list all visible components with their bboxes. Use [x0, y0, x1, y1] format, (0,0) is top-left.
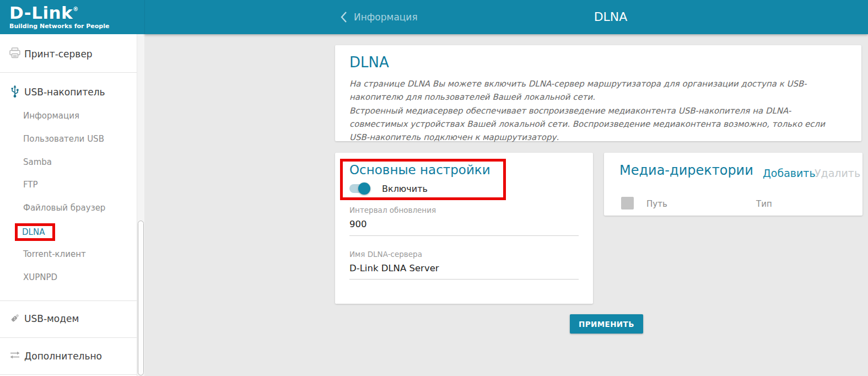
- add-directory-button[interactable]: Добавить: [763, 167, 816, 179]
- top-bar: Информация DLNA: [144, 0, 868, 34]
- dlna-info-card: DLNA На странице DLNA Вы можете включить…: [335, 45, 861, 141]
- apply-button[interactable]: ПРИМЕНИТЬ: [570, 314, 643, 334]
- info-paragraph: Встроенный медиасервер обеспечивает восп…: [349, 104, 825, 144]
- brand-tagline: Building Networks for People: [9, 23, 109, 30]
- toggle-label: Включить: [382, 184, 428, 194]
- sidebar-item-information[interactable]: Информация: [0, 109, 137, 122]
- refresh-interval-input[interactable]: 900: [349, 219, 367, 229]
- sidebar-item-label: DLNA: [18, 227, 45, 237]
- sidebar-item-ftp[interactable]: FTP: [0, 178, 137, 191]
- dlna-settings-page: D-Link® Building Networks for People Инф…: [0, 0, 868, 376]
- usb-icon: [8, 84, 21, 100]
- back-label: Информация: [354, 12, 418, 23]
- sidebar-item-file-browser[interactable]: Файловый браузер: [0, 201, 137, 214]
- info-card-title: DLNA: [349, 54, 389, 71]
- column-header-path: Путь: [646, 199, 667, 209]
- sidebar-divider: [0, 300, 137, 301]
- sidebar-divider: [0, 337, 137, 338]
- sidebar-item-print-server[interactable]: Принт-сервер: [0, 47, 137, 61]
- media-directories-card: Медиа-директории Добавить Удалить Путь Т…: [604, 153, 862, 216]
- sidebar: Принт-сервер USB-накопитель Информация: [0, 34, 137, 376]
- sidebar-item-label: Файловый браузер: [23, 203, 105, 213]
- info-card-description: На странице DLNA Вы можете включить DLNA…: [349, 77, 825, 144]
- usb-dongle-icon: [8, 311, 21, 326]
- sidebar-item-usb-storage[interactable]: USB-накопитель: [0, 85, 137, 99]
- sidebar-item-label: Принт-сервер: [24, 49, 93, 60]
- printer-icon: [8, 47, 21, 61]
- refresh-interval-label: Интервал обновления: [349, 206, 436, 214]
- sidebar-scrollbar[interactable]: [137, 34, 144, 376]
- sidebar-item-torrent-client[interactable]: Torrent-клиент: [0, 248, 137, 261]
- sidebar-item-label: USB-модем: [24, 313, 79, 324]
- back-button[interactable]: Информация: [340, 0, 418, 34]
- sidebar-item-xupnpd[interactable]: XUPNPD: [0, 271, 137, 284]
- select-all-checkbox[interactable]: [621, 197, 634, 210]
- brand-name: D-Link: [9, 3, 73, 23]
- sidebar-item-label: Samba: [23, 157, 52, 167]
- info-paragraph: На странице DLNA Вы можете включить DLNA…: [349, 77, 825, 104]
- enable-toggle-row: Включить: [349, 181, 428, 196]
- sidebar-item-usb-modem[interactable]: USB-модем: [0, 312, 137, 325]
- sidebar-item-usb-users[interactable]: Пользователи USB: [0, 132, 137, 146]
- brand-logo: D-Link®: [9, 3, 79, 23]
- sidebar-divider: [0, 374, 137, 375]
- toggle-knob: [358, 182, 370, 195]
- server-name-input[interactable]: D-Link DLNA Server: [349, 263, 439, 273]
- server-name-label: Имя DLNA-сервера: [349, 250, 422, 259]
- sidebar-scrollbar-thumb[interactable]: [138, 221, 144, 375]
- sidebar-item-label: Дополнительно: [24, 351, 102, 362]
- page-title: DLNA: [574, 0, 647, 34]
- sidebar-item-label: FTP: [23, 180, 38, 190]
- chevron-left-icon: [340, 11, 347, 23]
- registered-mark: ®: [73, 6, 79, 12]
- column-header-type: Тип: [756, 199, 772, 209]
- media-card-title: Медиа-директории: [619, 163, 753, 178]
- sidebar-item-samba[interactable]: Samba: [0, 155, 137, 169]
- sidebar-item-label: Пользователи USB: [23, 134, 104, 144]
- basic-settings-card: Основные настройки Включить Интервал обн…: [335, 153, 593, 304]
- settings-card-title: Основные настройки: [349, 163, 490, 177]
- enable-toggle[interactable]: [349, 184, 370, 193]
- brand-logo-block: D-Link® Building Networks for People: [0, 0, 144, 34]
- delete-directory-button[interactable]: Удалить: [815, 167, 860, 179]
- sidebar-item-label: Информация: [23, 111, 79, 121]
- input-underline: [349, 279, 579, 280]
- sidebar-item-advanced[interactable]: Дополнительно: [0, 350, 137, 363]
- sidebar-item-label: XUPNPD: [23, 272, 57, 282]
- input-underline: [349, 235, 579, 236]
- sidebar-divider: [0, 72, 137, 73]
- sidebar-item-dlna-active-highlight[interactable]: DLNA: [15, 223, 55, 241]
- sidebar-item-label: USB-накопитель: [24, 87, 105, 98]
- sidebar-item-label: Torrent-клиент: [23, 249, 86, 259]
- double-arrows-icon: [8, 351, 21, 362]
